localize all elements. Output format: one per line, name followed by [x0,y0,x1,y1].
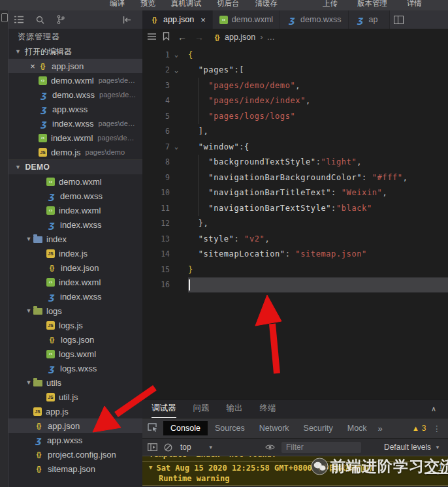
project-section-header[interactable]: ▼ DEMO [8,159,142,174]
tabs-overflow-icon[interactable]: » [378,424,383,433]
expand-triangle-icon[interactable]: ▼ [149,464,152,474]
code-editor[interactable]: 1⌄{2⌄ "pages":[3 "pages/demo/demo",4 "pa… [142,46,448,399]
tree-item-index.wxml[interactable]: ‹›index.wxml [8,275,142,289]
code-line-2[interactable]: 2⌄ "pages":[ [142,63,448,78]
fold-chevron-icon[interactable]: ⌄ [170,143,183,150]
code-line-3[interactable]: 3 "pages/demo/demo", [142,78,448,93]
open-editor-item-demo.wxml[interactable]: ‹›demo.wxmlpages\de… [8,73,142,87]
tree-item-sitemap.json[interactable]: {}sitemap.json [8,462,142,476]
tree-item-app.wxss[interactable]: ʒapp.wxss [8,433,142,447]
open-editor-item-demo.js[interactable]: JSdemo.jspages\demo [8,145,142,159]
tree-item-logs.wxss[interactable]: ʒlogs.wxss [8,361,142,375]
menu-item[interactable]: 上传 [323,0,338,8]
breadcrumb-file[interactable]: app.json [225,33,255,42]
code-line-6[interactable]: 6 ], [142,124,448,140]
close-icon[interactable]: × [28,61,37,71]
console-sidebar-icon[interactable] [148,443,157,451]
menu-item[interactable]: 真机调试 [171,0,201,8]
open-editor-item-app.json[interactable]: ×{}app.json [8,59,142,73]
menu-item[interactable]: 预览 [140,0,155,8]
editor-tab-demo.wxml[interactable]: ‹›demo.wxml [213,10,280,29]
tree-item-app.js[interactable]: JSapp.js [8,404,142,418]
menu-item[interactable]: 清缓存 [255,0,278,8]
tree-item-index.js[interactable]: JSindex.js [8,246,142,260]
split-editor-icon[interactable] [394,16,404,24]
devtools-menu-icon[interactable]: ⋮ [433,424,442,433]
open-editor-item-demo.wxss[interactable]: ʒdemo.wxsspages\de… [8,87,142,102]
tree-item-util.js[interactable]: JSutil.js [8,390,142,404]
code-line-13[interactable]: 13 "style": "v2", [142,231,448,247]
git-branch-icon[interactable] [50,15,71,24]
open-editor-item-index.wxss[interactable]: ʒindex.wxsspages\de… [8,116,142,131]
close-icon[interactable]: × [200,15,206,25]
devtools-tab-security[interactable]: Security [296,421,340,435]
search-icon[interactable] [29,16,50,24]
code-line-15[interactable]: 15} [142,262,448,277]
menu-item[interactable]: 详情 [407,0,422,8]
editor-tab-app.json[interactable]: {}app.json× [142,10,213,29]
tree-item-demo.wxss[interactable]: ʒdemo.wxss [8,189,142,203]
code-line-7[interactable]: 7⌄ "window":{ [142,139,448,155]
code-line-11[interactable]: 11 "navigationBarTextStyle":"black" [142,200,448,216]
context-selector[interactable]: top ▼ [180,443,259,452]
tree-item-index.json[interactable]: {}index.json [8,260,142,275]
tree-item-logs.wxml[interactable]: ‹›logs.wxml [8,347,142,361]
tree-folder-logs[interactable]: ▼logs [8,304,142,318]
top-menu-bar: 编译预览真机调试切后台清缓存 上传版本管理详情 [0,0,448,10]
bookmark-icon[interactable] [163,32,170,42]
code-line-4[interactable]: 4 "pages/index/index", [142,93,448,109]
collapse-panel-icon[interactable]: ∧ [431,405,436,413]
panel-tab-终端[interactable]: 终端 [260,399,276,418]
code-line-5[interactable]: 5 "pages/logs/logs" [142,108,448,124]
log-levels-selector[interactable]: Default levels ▼ [384,443,440,452]
file-name: logs.json [61,335,94,345]
breadcrumb-more[interactable]: … [266,33,275,42]
code-line-9[interactable]: 9 "navigationBarBackgroundColor": "#fff"… [142,170,448,185]
menu-item[interactable]: 版本管理 [357,0,387,8]
tree-folder-utils[interactable]: ▼utils [8,375,142,390]
collapse-sidebar-icon[interactable] [116,16,137,24]
editor-tab-demo.wxss[interactable]: ʒdemo.wxss [280,10,349,29]
open-editor-item-index.wxml[interactable]: ‹›index.wxmlpages\de… [8,131,142,145]
open-editor-item-app.wxss[interactable]: ʒapp.wxss [8,102,142,116]
fold-chevron-icon[interactable]: ⌄ [170,51,183,58]
nav-forward-icon[interactable]: → [195,32,204,42]
code-line-1[interactable]: 1⌄{ [142,47,448,63]
panel-tab-输出[interactable]: 输出 [227,399,243,418]
filter-input[interactable] [281,442,361,453]
outline-list-icon[interactable] [8,16,29,24]
tree-item-index.wxss[interactable]: ʒindex.wxss [8,289,142,304]
editor-menu-icon[interactable] [148,33,156,42]
warning-count-badge[interactable]: ▲ 3 [412,424,426,433]
folder-icon [33,236,42,243]
tree-item-index.wxml[interactable]: ‹›index.wxml [8,203,142,217]
devtools-tab-sources[interactable]: Sources [208,421,252,435]
menu-item[interactable]: 编译 [110,0,125,8]
fold-chevron-icon[interactable]: ⌄ [170,67,183,74]
window-edge-strip [0,10,8,487]
clear-console-icon[interactable] [164,443,172,452]
tree-folder-index[interactable]: ▼index [8,232,142,246]
devtools-tab-mock[interactable]: Mock [340,421,374,435]
tree-item-logs.json[interactable]: {}logs.json [8,332,142,347]
inspect-element-icon[interactable] [148,423,158,434]
panel-tab-调试器[interactable]: 调试器 [152,399,176,418]
tree-item-project.config.json[interactable]: {}project.config.json [8,447,142,462]
tree-item-app.json[interactable]: {}app.json [8,418,142,433]
nav-back-icon[interactable]: ← [178,32,187,42]
menu-item[interactable]: 切后台 [217,0,240,8]
code-line-10[interactable]: 10 "navigationBarTitleText": "Weixin", [142,185,448,201]
tree-item-index.wxss[interactable]: ʒindex.wxss [8,217,142,232]
devtools-tab-network[interactable]: Network [252,421,296,435]
devtools-tab-console[interactable]: Console [163,421,208,435]
editor-tab-ap[interactable]: ʒap [349,10,390,29]
tree-item-logs.js[interactable]: JSlogs.js [8,318,142,332]
eye-icon[interactable] [265,444,275,450]
line-number: 13 [142,234,170,244]
panel-tab-问题[interactable]: 问题 [193,399,210,418]
code-line-12[interactable]: 12 }, [142,216,448,232]
tree-item-demo.wxml[interactable]: ‹›demo.wxml [8,174,142,189]
code-line-14[interactable]: 14 "sitemapLocation": "sitemap.json" [142,247,448,262]
code-line-8[interactable]: 8 "backgroundTextStyle":"light", [142,155,448,170]
open-editors-header[interactable]: ▼ 打开的编辑器 [8,44,142,59]
